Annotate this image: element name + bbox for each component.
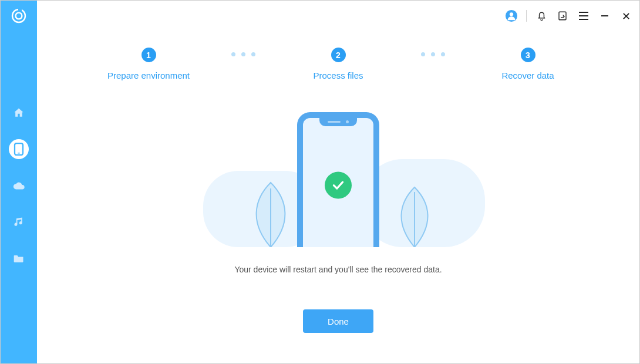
step-separator [231, 52, 255, 56]
music-icon [13, 216, 25, 228]
svg-rect-2 [18, 8, 22, 12]
titlebar [37, 1, 639, 31]
step-2: 2 Process files [288, 48, 388, 80]
step-label: Recover data [501, 70, 554, 80]
step-number: 3 [521, 48, 535, 62]
logo-icon [11, 8, 26, 23]
main-content: 1 Prepare environment 2 Process files 3 … [37, 31, 639, 363]
phone-illustration [297, 112, 379, 247]
status-message: Your device will restart and you'll see … [37, 265, 639, 274]
clipboard-icon [557, 11, 568, 21]
phone-icon [14, 143, 24, 156]
step-separator [421, 52, 445, 56]
close-button[interactable] [619, 9, 632, 22]
step-number: 2 [331, 48, 346, 62]
toolbar-separator [526, 10, 527, 22]
step-3: 3 Recover data [478, 48, 578, 80]
close-icon [622, 12, 631, 21]
minimize-icon [600, 11, 609, 21]
minimize-button[interactable] [598, 9, 611, 22]
sidebar-item-folder[interactable] [9, 248, 29, 268]
sidebar-item-device[interactable] [9, 139, 29, 159]
menu-button[interactable] [577, 9, 590, 22]
progress-stepper: 1 Prepare environment 2 Process files 3 … [37, 48, 639, 80]
done-button[interactable]: Done [303, 309, 373, 333]
step-1: 1 Prepare environment [99, 48, 198, 80]
sidebar-item-cloud[interactable] [9, 176, 29, 196]
sidebar [1, 1, 37, 363]
svg-point-1 [16, 13, 22, 19]
app-window: 1 Prepare environment 2 Process files 3 … [0, 0, 640, 364]
success-check-icon [325, 172, 352, 199]
account-button[interactable] [505, 9, 518, 22]
leaf-icon [244, 177, 297, 247]
notifications-button[interactable] [535, 9, 548, 22]
sidebar-item-music[interactable] [9, 212, 29, 232]
menu-icon [578, 11, 589, 21]
folder-icon [13, 253, 25, 264]
svg-rect-7 [559, 12, 566, 20]
cloud-icon [12, 180, 25, 191]
step-label: Process files [313, 70, 363, 80]
step-number: 1 [142, 48, 156, 62]
svg-rect-4 [18, 153, 20, 154]
leaf-icon [391, 183, 438, 247]
sidebar-item-home[interactable] [9, 103, 29, 123]
svg-point-6 [510, 12, 513, 16]
home-icon [13, 107, 25, 119]
bell-icon [536, 11, 547, 22]
account-icon [505, 9, 518, 23]
success-illustration [233, 106, 444, 247]
feedback-button[interactable] [556, 9, 569, 22]
app-logo [1, 1, 37, 31]
step-label: Prepare environment [107, 70, 190, 80]
